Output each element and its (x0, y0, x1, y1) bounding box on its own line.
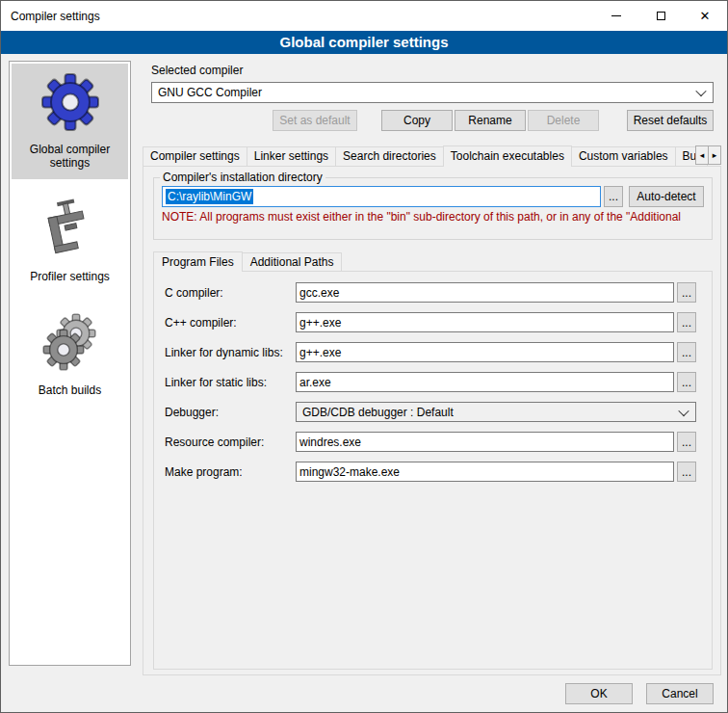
window-controls: ✕ (594, 1, 727, 31)
tabs-scroll-right-button[interactable]: ▸ (708, 145, 721, 165)
note-text: NOTE: All programs must exist either in … (162, 210, 704, 224)
installation-directory-row: C:\raylib\MinGW ... Auto-detect (162, 186, 704, 207)
window-title: Compiler settings (11, 10, 100, 23)
sidebar-item-label: Batch builds (39, 383, 101, 397)
maximize-icon (657, 12, 665, 20)
browse-cpp-compiler-button[interactable]: ... (677, 312, 696, 332)
tab-compiler-settings[interactable]: Compiler settings (143, 146, 247, 166)
sidebar-item-label: Global compiler settings (13, 143, 126, 170)
field-row-dynamic-linker: Linker for dynamic libs: g++.exe ... (165, 342, 696, 362)
field-value: windres.exe (299, 436, 361, 449)
browse-c-compiler-button[interactable]: ... (677, 282, 696, 303)
tab-linker-settings[interactable]: Linker settings (247, 146, 336, 166)
field-label: Linker for dynamic libs: (165, 346, 296, 359)
autodetect-button[interactable]: Auto-detect (629, 186, 704, 207)
profiler-clamp-icon (39, 198, 101, 260)
field-value: mingw32-make.exe (299, 465, 400, 479)
field-value: gcc.exe (299, 286, 339, 300)
installation-directory-input[interactable]: C:\raylib\MinGW (162, 186, 601, 207)
maximize-button[interactable] (638, 1, 683, 31)
tab-additional-paths[interactable]: Additional Paths (242, 252, 343, 271)
tab-toolchain-executables[interactable]: Toolchain executables (443, 145, 572, 167)
reset-defaults-button[interactable]: Reset defaults (627, 110, 714, 131)
field-label: Make program: (165, 465, 296, 479)
make-program-input[interactable]: mingw32-make.exe (296, 462, 674, 482)
rename-button[interactable]: Rename (455, 110, 526, 131)
settings-tabstrip: Compiler settings Linker settings Search… (143, 145, 721, 166)
field-row-make-program: Make program: mingw32-make.exe ... (165, 462, 696, 482)
field-row-cpp-compiler: C++ compiler: g++.exe ... (165, 312, 696, 332)
delete-button[interactable]: Delete (528, 110, 599, 131)
program-files-tabstrip: Program Files Additional Paths (153, 251, 342, 271)
field-label: C++ compiler: (165, 316, 296, 330)
field-row-c-compiler: C compiler: gcc.exe ... (165, 282, 696, 303)
sidebar-item-profiler-settings[interactable]: Profiler settings (12, 191, 128, 293)
gear-icon (39, 71, 101, 133)
sidebar: Global compiler settings Profiler settin… (9, 61, 131, 666)
field-label: C compiler: (165, 286, 296, 300)
cpp-compiler-input[interactable]: g++.exe (296, 312, 674, 332)
field-row-static-linker: Linker for static libs: ar.exe ... (165, 372, 696, 392)
browse-make-program-button[interactable]: ... (677, 462, 696, 482)
minimize-icon (611, 15, 621, 16)
resource-compiler-input[interactable]: windres.exe (296, 432, 674, 452)
field-label: Debugger: (165, 406, 296, 419)
field-row-resource-compiler: Resource compiler: windres.exe ... (165, 432, 696, 452)
installation-directory-value: C:\raylib\MinGW (166, 189, 253, 204)
chevron-down-icon (695, 86, 706, 96)
tabs-scroll-left-button[interactable]: ◂ (695, 145, 709, 165)
batch-gears-icon (39, 312, 101, 374)
compiler-action-row: Set as default Copy Rename Delete Reset … (151, 110, 714, 131)
browse-directory-button[interactable]: ... (604, 186, 623, 207)
set-as-default-button[interactable]: Set as default (273, 110, 357, 131)
sidebar-item-batch-builds[interactable]: Batch builds (12, 304, 128, 407)
selected-compiler-value: GNU GCC Compiler (158, 86, 691, 99)
c-compiler-input[interactable]: gcc.exe (296, 282, 674, 303)
field-value: ar.exe (299, 376, 331, 389)
field-value: g++.exe (299, 346, 341, 359)
titlebar[interactable]: Compiler settings ✕ (1, 1, 727, 31)
browse-static-linker-button[interactable]: ... (677, 372, 696, 392)
tab-program-files[interactable]: Program Files (153, 251, 243, 272)
tab-custom-variables[interactable]: Custom variables (571, 146, 676, 166)
chevron-down-icon (678, 405, 689, 415)
selected-compiler-label: Selected compiler (151, 64, 243, 77)
debugger-dropdown[interactable]: GDB/CDB debugger : Default (296, 402, 696, 422)
installation-directory-group-title: Compiler's installation directory (160, 171, 325, 184)
copy-button[interactable]: Copy (381, 110, 453, 131)
field-value: g++.exe (299, 316, 341, 330)
static-linker-input[interactable]: ar.exe (296, 372, 674, 392)
field-label: Resource compiler: (165, 436, 296, 449)
compiler-settings-dialog: Compiler settings ✕ Global compiler sett… (0, 0, 728, 713)
browse-dynamic-linker-button[interactable]: ... (677, 342, 696, 362)
dynamic-linker-input[interactable]: g++.exe (296, 342, 674, 362)
close-icon: ✕ (700, 10, 711, 22)
field-row-debugger: Debugger: GDB/CDB debugger : Default (165, 402, 696, 422)
debugger-value: GDB/CDB debugger : Default (302, 406, 674, 419)
sidebar-item-global-compiler-settings[interactable]: Global compiler settings (12, 64, 128, 179)
minimize-button[interactable] (594, 1, 638, 31)
browse-resource-compiler-button[interactable]: ... (677, 432, 696, 452)
tab-scroll-arrows: ◂ ▸ (695, 145, 721, 165)
program-files-panel: C compiler: gcc.exe ... C++ compiler: g+… (153, 271, 713, 670)
close-button[interactable]: ✕ (683, 1, 727, 31)
cancel-button[interactable]: Cancel (646, 683, 714, 704)
field-label: Linker for static libs: (165, 376, 296, 389)
installation-directory-group: Compiler's installation directory C:\ray… (153, 171, 713, 240)
tab-search-directories[interactable]: Search directories (335, 146, 444, 166)
selected-compiler-dropdown[interactable]: GNU GCC Compiler (151, 82, 714, 103)
dialog-header: Global compiler settings (1, 31, 727, 54)
sidebar-item-label: Profiler settings (30, 270, 110, 283)
toolchain-executables-panel: Compiler's installation directory C:\ray… (143, 166, 721, 675)
ok-button[interactable]: OK (565, 683, 633, 704)
